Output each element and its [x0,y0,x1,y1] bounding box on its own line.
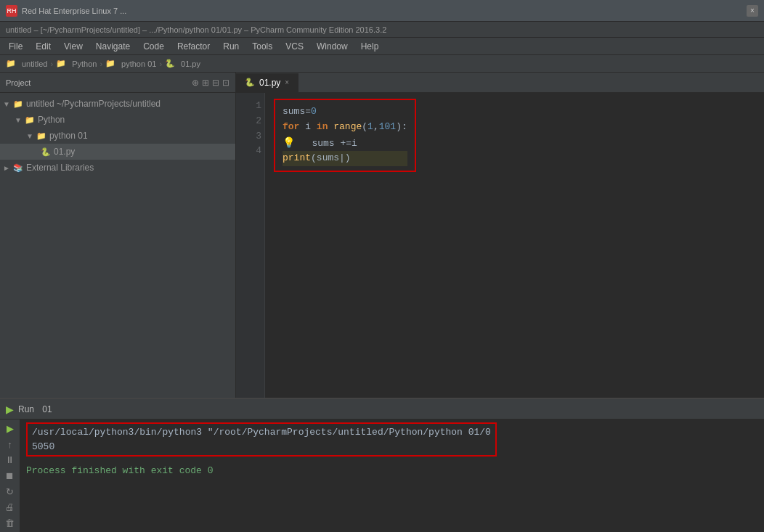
breadcrumb-python01[interactable]: python 01 [121,60,156,68]
line-num-3: 3 [239,129,261,144]
code-highlight-region: sums=0 for i in range(1,101): 💡 sums +=i… [274,99,416,172]
menu-edit[interactable]: Edit [30,40,57,53]
menu-tools[interactable]: Tools [246,40,278,53]
file-tree: ▼ 📁 untitled ~/PycharmProjects/untitled … [0,93,235,398]
content-area: Project ⊕ ⊞ ⊟ ⊡ ▼ 📁 untitled ~/PycharmPr… [0,73,764,398]
python-folder-icon: 📁 [25,115,35,125]
menu-help[interactable]: Help [355,40,385,53]
python01-folder-icon: 📁 [36,131,46,141]
run-trash-button[interactable]: 🗑 [3,516,17,529]
tree-item-untitled[interactable]: ▼ 📁 untitled ~/PycharmProjects/untitled [0,96,235,112]
run-panel: ▶ Run 01 ▶ ↑ ⏸ ⏹ ↻ 🖨 🗑 /usr/local/pytho [0,398,764,532]
breadcrumb-untitled[interactable]: untitled [22,60,47,68]
run-command-box: /usr/local/python3/bin/python3 "/root/Py… [26,422,497,457]
menu-view[interactable]: View [58,40,89,53]
sidebar-expand-icon[interactable]: ⊞ [202,78,209,88]
tree-item-python01[interactable]: ▼ 📁 python 01 [0,128,235,144]
tree-label-01py: 01.py [54,147,75,157]
sidebar-header: Project ⊕ ⊞ ⊟ ⊡ [0,73,235,93]
menu-bar: File Edit View Navigate Code Refactor Ru… [0,38,764,55]
close-button[interactable]: × [747,5,758,17]
run-success-message: Process finished with exit code 0 [26,464,758,478]
sidebar-collapse-icon[interactable]: ⊟ [212,78,219,88]
title-bar: RH Red Hat Enterprise Linux 7 ... × [0,0,764,22]
tree-item-ext-libs[interactable]: ► 📚 External Libraries [0,160,235,176]
line-num-2: 2 [239,114,261,129]
editor-content: 1 2 3 4 sums=0 for i in range(1,101): [236,93,764,398]
run-tab-label[interactable]: Run 01 [18,404,52,414]
tab-close-button[interactable]: × [285,78,289,86]
line-num-4: 4 [239,144,261,159]
run-command-line: /usr/local/python3/bin/python3 "/root/Py… [32,425,491,440]
main-container: Project ⊕ ⊞ ⊟ ⊡ ▼ 📁 untitled ~/PycharmPr… [0,73,764,532]
code-editor[interactable]: sums=0 for i in range(1,101): 💡 sums +=i… [265,93,764,398]
tree-label-python: Python [38,115,65,125]
sidebar: Project ⊕ ⊞ ⊟ ⊡ ▼ 📁 untitled ~/PycharmPr… [0,73,236,398]
libs-icon: 📚 [13,163,23,173]
code-line-3: 💡 sums +=i [283,135,407,152]
tree-label-ext-libs: External Libraries [26,163,94,173]
tree-arrow-python: ▼ [15,116,22,124]
menu-code[interactable]: Code [137,40,170,53]
editor-area: 🐍 01.py × 1 2 3 4 sums=0 [236,73,764,398]
breadcrumb-python[interactable]: Python [72,60,97,68]
menu-file[interactable]: File [3,40,28,53]
tree-label-python01: python 01 [49,131,88,141]
window-title: untitled – [~/PycharmProjects/untitled] … [0,22,764,38]
project-icon: 📁 [13,99,23,109]
code-line-4: print(sums|) [283,151,407,166]
line-num-1: 1 [239,99,261,114]
tree-arrow-python01: ▼ [26,132,33,140]
tree-arrow-untitled: ▼ [3,100,10,108]
editor-tabs: 🐍 01.py × [236,73,764,93]
run-output-area: /usr/local/python3/bin/python3 "/root/Py… [20,420,764,532]
project-panel-title: Project [6,78,31,87]
run-scroll-up-button[interactable]: ↑ [3,438,17,451]
editor-tab-01py[interactable]: 🐍 01.py × [236,73,298,92]
menu-navigate[interactable]: Navigate [90,40,136,53]
run-pause-button[interactable]: ⏸ [3,454,17,467]
run-action-sidebar: ▶ ↑ ⏸ ⏹ ↻ 🖨 🗑 [0,420,20,532]
tree-item-python[interactable]: ▼ 📁 Python [0,112,235,128]
run-command-output: /usr/local/python3/bin/python3 "/root/Py… [26,422,758,459]
sidebar-settings-icon[interactable]: ⊕ [192,78,199,88]
sidebar-header-icons: ⊕ ⊞ ⊟ ⊡ [192,78,229,88]
app-icon: RH [6,5,17,17]
code-line-2: for i in range(1,101): [283,120,407,135]
tree-item-01py[interactable]: 🐍 01.py [0,144,235,160]
tab-file-icon: 🐍 [245,78,255,87]
tree-arrow-ext-libs: ► [3,164,10,172]
menu-run[interactable]: Run [217,40,245,53]
title-bar-text: Red Hat Enterprise Linux 7 ... [22,7,747,15]
tab-label: 01.py [259,78,280,88]
run-panel-icon: ▶ [6,404,14,415]
run-rerun-button[interactable]: ↻ [3,485,17,498]
run-stop-button[interactable]: ⏹ [3,470,17,483]
run-play-button[interactable]: ▶ [3,422,17,435]
line-numbers: 1 2 3 4 [236,93,265,398]
breadcrumb-file[interactable]: 01.py [181,60,200,68]
menu-vcs[interactable]: VCS [280,40,309,53]
run-print-button[interactable]: 🖨 [3,501,17,514]
menu-window[interactable]: Window [311,40,354,53]
run-result: 5050 [32,440,491,454]
run-content: ▶ ↑ ⏸ ⏹ ↻ 🖨 🗑 /usr/local/python3/bin/pyt… [0,420,764,532]
run-tabs: ▶ Run 01 [0,399,764,420]
python-file-icon: 🐍 [41,147,51,157]
code-line-1: sums=0 [283,105,407,120]
sidebar-pin-icon[interactable]: ⊡ [222,78,229,88]
tree-label-untitled: untitled ~/PycharmProjects/untitled [26,99,160,109]
menu-refactor[interactable]: Refactor [171,40,216,53]
breadcrumb: 📁 untitled › 📁 Python › 📁 python 01 › 🐍 … [0,55,764,73]
